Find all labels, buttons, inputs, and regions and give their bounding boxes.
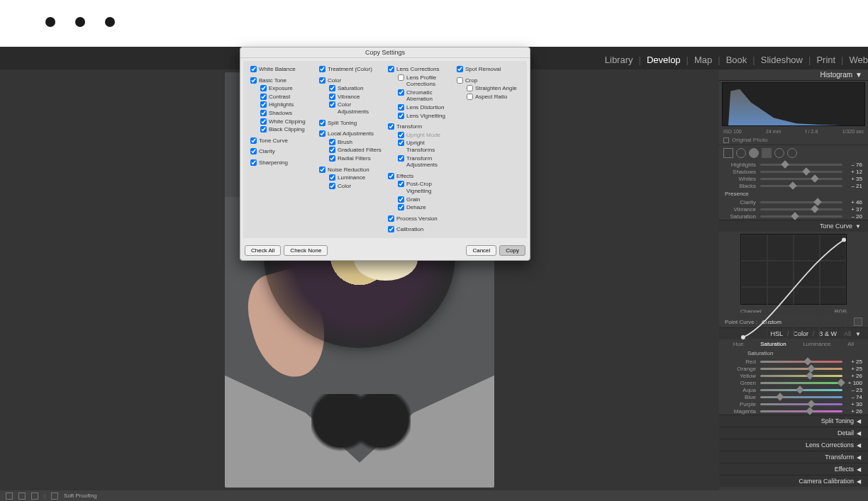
lightroom-app: Library|Develop|Map|Book|Slideshow|Print… xyxy=(0,47,868,501)
copy-opt-lens-vignetting[interactable]: Lens Vignetting xyxy=(388,112,451,120)
copy-opt-color[interactable]: Color xyxy=(319,77,382,85)
copy-opt-black-clipping[interactable]: Black Clipping xyxy=(250,125,313,134)
copy-opt-upright-transforms[interactable]: Upright Transforms xyxy=(388,139,451,154)
slider-green[interactable]: Green+ 100 xyxy=(719,379,868,386)
accordion-split-toning[interactable]: Split Toning◀ xyxy=(719,415,868,427)
copy-opt-split-toning[interactable]: Split Toning xyxy=(319,119,382,128)
copy-opt-calibration[interactable]: Calibration xyxy=(388,225,451,234)
copy-opt-vibrance[interactable]: Vibrance xyxy=(319,93,382,101)
copy-opt-color[interactable]: Color xyxy=(319,182,382,191)
copy-opt-local-adjustments[interactable]: Local Adjustments xyxy=(319,130,382,138)
copy-button[interactable]: Copy xyxy=(499,245,525,256)
slider-whites[interactable]: Whites+ 35 xyxy=(719,175,868,182)
copy-opt-basic-tone[interactable]: Basic Tone xyxy=(250,77,313,85)
soft-proofing-label: Soft Proofing xyxy=(64,492,96,499)
loupe-view-icon[interactable] xyxy=(6,492,13,500)
browser-traffic-dots xyxy=(45,17,115,27)
accordion-lens-corrections[interactable]: Lens Corrections◀ xyxy=(719,439,868,451)
copy-opt-lens-distortion[interactable]: Lens Distortion xyxy=(388,103,451,112)
slider-purple[interactable]: Purple+ 30 xyxy=(719,400,868,407)
copy-opt-treatment-color-[interactable]: Treatment (Color) xyxy=(319,65,382,74)
histogram-header[interactable]: Histogram▼ xyxy=(719,69,868,81)
radial-tool-icon[interactable] xyxy=(774,148,784,158)
copy-opt-brush[interactable]: Brush xyxy=(319,138,382,147)
copy-opt-graduated-filters[interactable]: Graduated Filters xyxy=(319,146,382,154)
before-after-icon[interactable] xyxy=(18,492,26,500)
accordion-detail[interactable]: Detail◀ xyxy=(719,427,868,439)
hsl-tab-saturation[interactable]: Saturation xyxy=(760,341,786,347)
dialog-body: White BalanceBasic ToneExposureContrastH… xyxy=(243,61,527,238)
copy-opt-post-crop-vignetting[interactable]: Post-Crop Vignetting xyxy=(388,180,451,195)
copy-opt-exposure[interactable]: Exposure xyxy=(250,84,313,93)
slider-aqua[interactable]: Aqua– 23 xyxy=(719,386,868,393)
accordion-effects[interactable]: Effects◀ xyxy=(719,463,868,475)
copy-opt-white-clipping[interactable]: White Clipping xyxy=(250,118,313,126)
copy-opt-noise-reduction[interactable]: Noise Reduction xyxy=(319,166,382,174)
copy-opt-shadows[interactable]: Shadows xyxy=(250,109,313,118)
hsl-tabs[interactable]: HueSaturationLuminanceAll xyxy=(719,339,868,349)
redeye-tool-icon[interactable] xyxy=(749,148,759,158)
slider-magenta[interactable]: Magenta+ 26 xyxy=(719,407,868,415)
slider-highlights[interactable]: Highlights– 76 xyxy=(719,161,868,168)
module-print[interactable]: Print xyxy=(816,55,835,65)
copy-opt-clarity[interactable]: Clarity xyxy=(250,147,313,156)
module-library[interactable]: Library xyxy=(605,55,633,65)
hsl-tab-luminance[interactable]: Luminance xyxy=(803,341,830,347)
slider-clarity[interactable]: Clarity+ 46 xyxy=(719,198,868,206)
slider-saturation[interactable]: Saturation– 20 xyxy=(719,213,868,220)
copy-opt-color-adjustments[interactable]: Color Adjustments xyxy=(319,101,382,116)
slider-blacks[interactable]: Blacks– 21 xyxy=(719,182,868,189)
copy-opt-sharpening[interactable]: Sharpening xyxy=(250,159,313,167)
tone-curve-graph[interactable] xyxy=(740,234,847,305)
copy-opt-upright-mode[interactable]: Upright Mode xyxy=(388,131,451,140)
copy-opt-white-balance[interactable]: White Balance xyxy=(250,65,313,74)
copy-opt-transform[interactable]: Transform xyxy=(388,123,451,131)
hsl-tab-hue[interactable]: Hue xyxy=(733,341,744,347)
slider-yellow[interactable]: Yellow+ 26 xyxy=(719,372,868,379)
copy-opt-radial-filters[interactable]: Radial Filters xyxy=(319,154,382,163)
copy-opt-straighten-angle[interactable]: Straighten Angle xyxy=(457,84,520,93)
copy-opt-luminance[interactable]: Luminance xyxy=(319,174,382,182)
graduated-tool-icon[interactable] xyxy=(762,148,772,158)
copy-opt-aspect-ratio[interactable]: Aspect Ratio xyxy=(457,93,520,101)
tone-curve-header[interactable]: Tone Curve▼ xyxy=(719,220,868,232)
crop-tool-icon[interactable] xyxy=(723,148,733,158)
copy-opt-chromatic-aberration[interactable]: Chromatic Aberration xyxy=(388,89,451,103)
copy-opt-contrast[interactable]: Contrast xyxy=(250,93,313,101)
check-none-button[interactable]: Check None xyxy=(284,245,328,256)
slider-red[interactable]: Red+ 25 xyxy=(719,358,868,365)
slider-blue[interactable]: Blue– 74 xyxy=(719,393,868,400)
copy-opt-crop[interactable]: Crop xyxy=(457,77,520,85)
spot-tool-icon[interactable] xyxy=(736,148,746,158)
copy-opt-tone-curve[interactable]: Tone Curve xyxy=(250,137,313,145)
copy-opt-highlights[interactable]: Highlights xyxy=(250,101,313,109)
copy-opt-process-version[interactable]: Process Version xyxy=(388,215,451,223)
copy-opt-dehaze[interactable]: Dehaze xyxy=(388,203,451,212)
copy-opt-transform-adjustments[interactable]: Transform Adjustments xyxy=(388,154,451,169)
soft-proofing-checkbox[interactable] xyxy=(51,492,58,500)
slider-orange[interactable]: Orange+ 25 xyxy=(719,365,868,372)
slider-vibrance[interactable]: Vibrance+ 37 xyxy=(719,206,868,213)
cancel-button[interactable]: Cancel xyxy=(466,245,496,256)
check-all-button[interactable]: Check All xyxy=(245,245,281,256)
module-develop[interactable]: Develop xyxy=(647,55,681,65)
module-slideshow[interactable]: Slideshow xyxy=(761,55,803,65)
hsl-tab-all[interactable]: All xyxy=(847,341,854,347)
compare-icon[interactable] xyxy=(31,492,38,500)
copy-opt-effects[interactable]: Effects xyxy=(388,172,451,181)
copy-opt-spot-removal[interactable]: Spot Removal xyxy=(457,65,520,74)
original-photo-toggle[interactable]: Original Photo xyxy=(719,135,868,145)
histogram-box[interactable] xyxy=(722,82,865,126)
accordion-transform[interactable]: Transform◀ xyxy=(719,451,868,463)
accordion-camera-calibration[interactable]: Camera Calibration◀ xyxy=(719,475,868,487)
copy-opt-grain[interactable]: Grain xyxy=(388,196,451,204)
module-book[interactable]: Book xyxy=(726,55,747,65)
copy-opt-lens-profile-corrections[interactable]: Lens Profile Corrections xyxy=(388,74,451,89)
copy-opt-lens-corrections[interactable]: Lens Corrections xyxy=(388,65,451,74)
slider-shadows[interactable]: Shadows+ 12 xyxy=(719,168,868,175)
module-web[interactable]: Web xyxy=(850,55,869,65)
brush-tool-icon[interactable] xyxy=(787,148,797,158)
point-curve-icon[interactable] xyxy=(854,317,862,326)
module-map[interactable]: Map xyxy=(694,55,712,65)
copy-opt-saturation[interactable]: Saturation xyxy=(319,84,382,93)
